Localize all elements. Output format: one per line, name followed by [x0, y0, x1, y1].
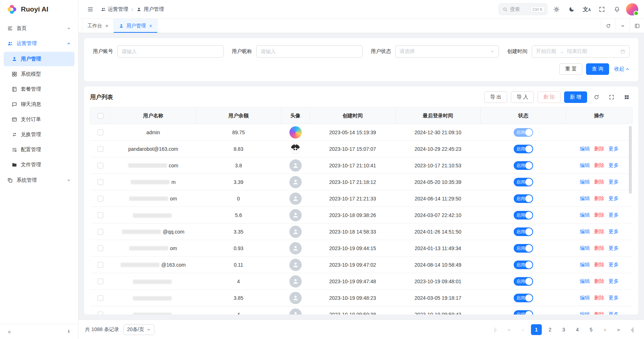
delete-link[interactable]: 删除: [594, 162, 604, 168]
refresh-table-button[interactable]: [591, 91, 602, 103]
status-toggle[interactable]: 启用: [514, 178, 533, 186]
edit-link[interactable]: 编辑: [580, 311, 590, 315]
sidebar-item[interactable]: 兑换管理: [4, 127, 75, 142]
delete-link[interactable]: 删除: [594, 311, 604, 315]
user-avatar[interactable]: [626, 3, 638, 15]
edit-link[interactable]: 编辑: [580, 229, 590, 234]
forward-5-button[interactable]: »: [613, 324, 624, 335]
status-toggle[interactable]: 启用: [514, 277, 533, 286]
fullscreen-button[interactable]: [596, 3, 608, 15]
hamburger-menu-button[interactable]: [84, 3, 96, 15]
page-number-button[interactable]: 2: [545, 324, 555, 335]
row-checkbox[interactable]: [98, 229, 103, 235]
row-checkbox[interactable]: [98, 130, 103, 135]
created-date-range[interactable]: 开始日期 → 结束日期: [532, 45, 630, 58]
dark-mode-button[interactable]: [566, 3, 578, 15]
row-checkbox[interactable]: [98, 245, 103, 251]
page-number-button[interactable]: 3: [558, 324, 569, 335]
table-scrollbar[interactable]: [629, 126, 632, 194]
backward-5-button[interactable]: «: [504, 324, 514, 335]
delete-link[interactable]: 删除: [594, 195, 604, 201]
status-toggle[interactable]: 启用: [514, 227, 533, 236]
delete-link[interactable]: 删除: [594, 262, 604, 267]
account-input[interactable]: [117, 45, 224, 58]
row-checkbox[interactable]: [98, 279, 103, 284]
more-link[interactable]: 更多: [609, 179, 619, 185]
sidebar-item[interactable]: 系统模型: [4, 67, 75, 81]
more-link[interactable]: 更多: [609, 278, 619, 284]
add-button[interactable]: 新 增: [564, 91, 587, 103]
more-link[interactable]: 更多: [609, 295, 619, 300]
status-toggle[interactable]: 启用: [514, 211, 533, 220]
row-checkbox[interactable]: [98, 163, 103, 168]
table-fullscreen-button[interactable]: [606, 91, 617, 103]
import-button[interactable]: 导 入: [511, 91, 534, 103]
delete-link[interactable]: 删除: [594, 179, 604, 185]
status-toggle[interactable]: 启用: [514, 161, 533, 170]
collapse-filter-link[interactable]: 收起: [614, 66, 630, 72]
global-search[interactable]: 搜索 Ctrl K: [499, 3, 548, 15]
nickname-input[interactable]: [256, 45, 362, 58]
breadcrumb-operations[interactable]: 运营管理: [101, 6, 128, 13]
first-page-button[interactable]: |‹: [490, 324, 501, 335]
sidebar-item[interactable]: 文件管理: [4, 158, 75, 172]
sidebar-item[interactable]: 支付订单: [4, 112, 75, 127]
row-checkbox[interactable]: [98, 196, 103, 202]
reset-button[interactable]: 重 置: [559, 63, 582, 75]
status-toggle[interactable]: 启用: [514, 261, 533, 269]
page-size-select[interactable]: 20条/页: [123, 324, 154, 335]
row-checkbox[interactable]: [98, 212, 103, 218]
status-select[interactable]: 请选择: [395, 45, 499, 58]
row-checkbox[interactable]: [98, 146, 103, 152]
edit-link[interactable]: 编辑: [580, 278, 590, 284]
status-toggle[interactable]: 启用: [514, 128, 533, 137]
edit-link[interactable]: 编辑: [580, 262, 590, 267]
breadcrumb-users[interactable]: 用户管理: [136, 6, 164, 13]
edit-link[interactable]: 编辑: [580, 179, 590, 185]
tab-item[interactable]: 工作台×: [82, 19, 114, 33]
sidebar-item-home[interactable]: 首页: [4, 21, 75, 36]
more-link[interactable]: 更多: [609, 311, 619, 315]
sidebar-item-system[interactable]: 系统管理: [4, 173, 75, 188]
status-toggle[interactable]: 启用: [514, 194, 533, 203]
sidebar-item[interactable]: 套餐管理: [4, 82, 75, 96]
more-link[interactable]: 更多: [609, 212, 619, 218]
edit-link[interactable]: 编辑: [580, 212, 590, 218]
collapse-sidebar-button[interactable]: «: [4, 327, 14, 337]
row-checkbox[interactable]: [98, 312, 103, 315]
search-button[interactable]: 查 询: [586, 63, 609, 75]
pin-sidebar-button[interactable]: [64, 327, 74, 337]
sidebar-item[interactable]: 用户管理: [4, 52, 75, 66]
brand[interactable]: Ruoyi AI: [0, 0, 78, 19]
next-page-button[interactable]: ›: [599, 324, 610, 335]
language-button[interactable]: 文A: [581, 3, 593, 15]
delete-button[interactable]: 删 除: [537, 91, 560, 103]
delete-link[interactable]: 删除: [594, 212, 604, 218]
delete-link[interactable]: 删除: [594, 146, 604, 152]
row-checkbox[interactable]: [98, 179, 103, 185]
refresh-tab-button[interactable]: [601, 19, 615, 33]
more-link[interactable]: 更多: [609, 245, 619, 251]
last-page-button[interactable]: ›|: [627, 324, 638, 335]
notifications-button[interactable]: [611, 3, 623, 15]
edit-link[interactable]: 编辑: [580, 146, 590, 152]
edit-link[interactable]: 编辑: [580, 195, 590, 201]
more-link[interactable]: 更多: [609, 162, 619, 168]
export-button[interactable]: 导 出: [484, 91, 507, 103]
edit-link[interactable]: 编辑: [580, 245, 590, 251]
settings-button[interactable]: [550, 3, 563, 15]
more-link[interactable]: 更多: [609, 229, 619, 234]
page-number-button[interactable]: 4: [572, 324, 583, 335]
layout-toggle-button[interactable]: [630, 19, 644, 33]
tab-options-button[interactable]: [615, 19, 630, 33]
edit-link[interactable]: 编辑: [580, 295, 590, 300]
delete-link[interactable]: 删除: [594, 295, 604, 300]
sidebar-item[interactable]: 聊天消息: [4, 97, 75, 112]
status-toggle[interactable]: 启用: [514, 294, 533, 302]
delete-link[interactable]: 删除: [594, 245, 604, 251]
column-settings-button[interactable]: [621, 91, 632, 103]
close-icon[interactable]: ×: [105, 23, 109, 28]
status-toggle[interactable]: 启用: [514, 310, 533, 315]
sidebar-item-operations[interactable]: 运营管理: [4, 36, 75, 51]
delete-link[interactable]: 删除: [594, 278, 604, 284]
